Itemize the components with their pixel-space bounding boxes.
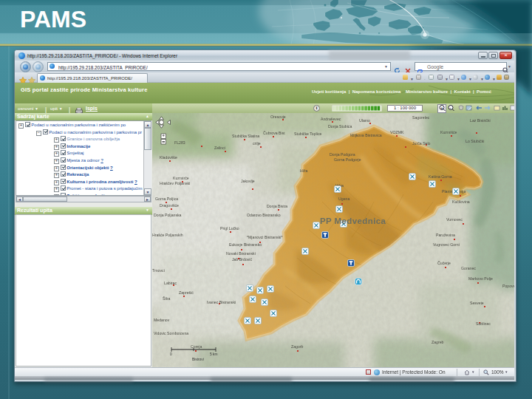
svg-text:FL283: FL283 [174, 140, 185, 145]
svg-text:Kašina Gorna: Kašina Gorna [429, 174, 452, 179]
svg-text:Kuzmišće: Kuzmišće [440, 130, 457, 134]
svg-text:Vugrovec Gorni: Vugrovec Gorni [433, 242, 460, 247]
svg-text:Jurča Selo: Jurča Selo [412, 141, 431, 146]
svg-text:Ivanec Bistranski: Ivanec Bistranski [207, 300, 236, 304]
svg-text:Medanov: Medanov [154, 318, 170, 322]
svg-text:Goranec: Goranec [461, 266, 476, 270]
svg-text:Popovec: Popovec [502, 284, 514, 288]
svg-text:Kuzmirče: Kuzmirče [173, 176, 189, 180]
svg-text:Čubrova Bist: Čubrova Bist [263, 131, 285, 135]
svg-text:Laz Bistrički: Laz Bistrički [470, 118, 491, 123]
svg-text:Zagreb: Zagreb [432, 340, 444, 344]
svg-text:Donja Poljanska: Donja Poljanska [154, 213, 182, 217]
svg-text:Miljkova Bistravica: Miljkova Bistravica [350, 133, 382, 137]
svg-text:Zagorb: Zagorb [291, 344, 304, 349]
svg-text:Donja Bistra: Donja Bistra [267, 204, 287, 208]
svg-text:PP Medvednica: PP Medvednica [320, 216, 386, 225]
svg-text:Soblinec: Soblinec [476, 321, 491, 326]
svg-text:Kladovište: Kladovište [160, 155, 177, 160]
svg-text:Sagorelec: Sagorelec [412, 115, 430, 120]
svg-text:Hraščev Poljanski: Hraščev Poljanski [160, 181, 190, 185]
svg-text:Vurnovec: Vurnovec [446, 217, 463, 222]
svg-text:+: + [440, 106, 443, 110]
svg-text:Zaprešić: Zaprešić [179, 290, 194, 295]
svg-text:Jakovlje: Jakovlje [241, 179, 255, 183]
svg-text:Stubičke Toplice: Stubičke Toplice [294, 132, 322, 136]
svg-text:Ugena: Ugena [338, 197, 349, 201]
svg-text:+: + [162, 133, 165, 138]
svg-text:0: 0 [170, 352, 172, 356]
svg-text:5 km: 5 km [210, 352, 217, 356]
svg-text:Gorna Poljica: Gorna Poljica [155, 197, 178, 201]
svg-text:crilje: crilje [253, 141, 261, 146]
svg-text:Čučerje: Čučerje [437, 261, 451, 265]
svg-text:Prigl Lučko: Prigl Lučko [220, 226, 239, 231]
svg-text:Ulamo: Ulamo [359, 118, 370, 123]
svg-text:Šiba: Šiba [163, 296, 170, 301]
svg-text:Donja Stubica: Donja Stubica [328, 124, 352, 129]
svg-text:Stubička Slatina: Stubička Slatina [232, 134, 259, 138]
svg-text:Novaki Bistranski: Novaki Bistranski [226, 251, 256, 256]
svg-text:Zelinci: Zelinci [214, 146, 225, 150]
svg-text:Trnovci: Trnovci [152, 268, 165, 273]
svg-text:Vidovic Sombotovna: Vidovic Sombotovna [154, 331, 188, 335]
svg-text:Hiža: Hiža [300, 168, 307, 173]
svg-text:Oresovje: Oresovje [270, 115, 286, 119]
svg-text:Lo Stubički: Lo Stubički [466, 139, 484, 143]
svg-text:Dragovišće: Dragovišće [160, 203, 179, 208]
svg-text:Kučilovina: Kučilovina [452, 200, 470, 204]
svg-text:Eukovje Bistransko: Eukovje Bistransko [229, 242, 262, 247]
svg-text:VOZMK: VOZMK [390, 130, 404, 134]
svg-text:Andraševec: Andraševec [321, 117, 341, 121]
svg-text:Donja Podgora: Donja Podgora [330, 152, 355, 157]
svg-text:Paruževina: Paruževina [436, 233, 455, 237]
svg-text:Jab Brdovič: Jab Brdovič [232, 257, 253, 262]
svg-text:Coreja: Coreja [191, 344, 202, 349]
svg-text:Odarovo Bistransko: Odarovo Bistransko [247, 213, 281, 217]
svg-text:Bistrovi: Bistrovi [192, 358, 204, 361]
svg-text:Markovo Polje: Markovo Polje [468, 276, 493, 281]
svg-text:-: - [450, 106, 451, 110]
svg-text:Gorna Podgorje: Gorna Podgorje [334, 157, 361, 162]
svg-text:Hrašće Poljanskih: Hrašće Poljanskih [152, 233, 183, 237]
svg-text:Labirac: Labirac [164, 281, 177, 285]
svg-text:Sesvete: Sesvete [470, 301, 484, 305]
svg-text:*Mjanovci Bistranski*: *Mjanovci Bistranski* [247, 235, 282, 239]
